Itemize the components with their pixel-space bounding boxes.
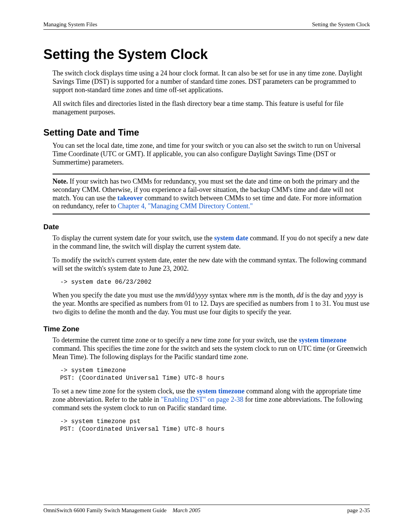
footer-date: March 2005 xyxy=(172,507,200,513)
date-p3-i2: mm xyxy=(248,291,258,299)
subsection-date: Date xyxy=(43,223,370,231)
link-system-timezone-1[interactable]: system timezone xyxy=(299,336,346,344)
date-paragraph-3: When you specify the date you must use t… xyxy=(53,291,370,316)
link-system-date[interactable]: system date xyxy=(214,234,248,242)
note-rule-top xyxy=(53,174,370,174)
tz-p2-a: To set a new time zone for the system cl… xyxy=(53,387,197,395)
tz-p1-b: command. This specifies the time zone fo… xyxy=(53,345,367,361)
date-p3-c: is the month, xyxy=(258,291,297,299)
link-chapter-4[interactable]: Chapter 4, "Managing CMM Directory Conte… xyxy=(118,202,253,210)
setting-date-time-paragraph: You can set the local date, time zone, a… xyxy=(53,142,370,167)
link-takeover[interactable]: takeover xyxy=(117,194,143,202)
tz-paragraph-2: To set a new time zone for the system cl… xyxy=(53,387,370,412)
intro-paragraph-1: The switch clock displays time using a 2… xyxy=(53,69,370,94)
date-p3-d: is the day and xyxy=(303,291,344,299)
header-right: Setting the System Clock xyxy=(312,21,370,28)
footer: OmniSwitch 6600 Family Switch Management… xyxy=(43,495,370,514)
code-system-date: -> system date 06/23/2002 xyxy=(60,278,370,286)
footer-left: OmniSwitch 6600 Family Switch Management… xyxy=(43,507,201,514)
link-enabling-dst[interactable]: "Enabling DST" on page 2-38 xyxy=(161,396,244,403)
intro-paragraph-2: All switch files and directories listed … xyxy=(53,100,370,117)
footer-page: page 2-35 xyxy=(347,507,370,514)
footer-guide: OmniSwitch 6600 Family Switch Management… xyxy=(43,507,167,513)
date-paragraph-2: To modify the switch's current system da… xyxy=(53,256,370,273)
page: Managing System Files Setting the System… xyxy=(0,0,411,532)
header-left: Managing System Files xyxy=(43,21,97,28)
note-rule-bottom xyxy=(53,214,370,214)
note-text: Note. If your switch has two CMMs for re… xyxy=(53,177,370,211)
page-title: Setting the System Clock xyxy=(43,46,370,62)
code-system-timezone-1: -> system timezone PST: (Coordinated Uni… xyxy=(60,367,370,382)
tz-paragraph-1: To determine the current time zone or to… xyxy=(53,336,370,361)
date-paragraph-1: To display the current system date for y… xyxy=(53,234,370,251)
tz-p1-a: To determine the current time zone or to… xyxy=(53,336,299,344)
note-block: Note. If your switch has two CMMs for re… xyxy=(53,174,370,215)
date-p1-a: To display the current system date for y… xyxy=(53,234,214,242)
code-system-timezone-2: -> system timezone pst PST: (Coordinated… xyxy=(60,418,370,433)
running-header: Managing System Files Setting the System… xyxy=(43,21,370,30)
note-label: Note. xyxy=(53,177,68,185)
subsection-time-zone: Time Zone xyxy=(43,325,370,333)
date-p3-i3: dd xyxy=(296,291,303,299)
date-p3-a: When you specify the date you must use t… xyxy=(53,291,175,299)
date-p3-i1: mm/dd/yyyy xyxy=(175,291,208,299)
date-p3-b: syntax where xyxy=(208,291,247,299)
date-p3-i4: yyyy xyxy=(345,291,357,299)
section-setting-date-and-time: Setting Date and Time xyxy=(43,127,370,138)
link-system-timezone-2[interactable]: system timezone xyxy=(197,387,244,395)
